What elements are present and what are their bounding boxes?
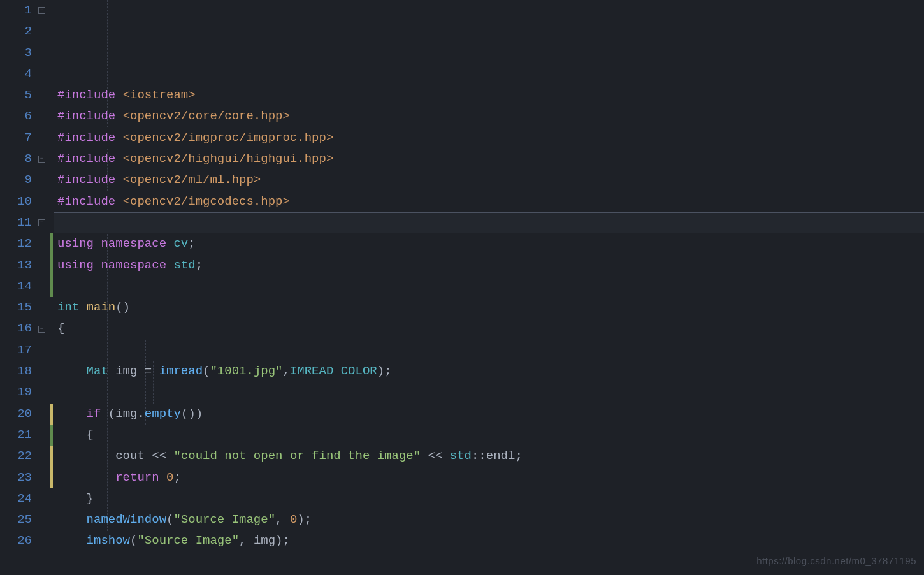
line-number: 4 <box>0 64 32 85</box>
line-number: 9 <box>0 170 32 191</box>
code-token: namedWindow <box>87 513 166 527</box>
code-token: "1001.jpg" <box>210 364 282 378</box>
code-token: << <box>152 449 173 463</box>
code-line[interactable] <box>54 276 924 297</box>
fold-toggle-icon[interactable]: − <box>38 7 45 14</box>
code-token: 0 <box>166 470 173 484</box>
line-number: 12 <box>0 233 32 254</box>
code-line[interactable] <box>54 382 924 403</box>
code-token: namespace <box>101 237 173 251</box>
line-number: 19 <box>0 382 32 403</box>
code-token: <opencv2/core/core.hpp> <box>123 109 290 123</box>
code-token: using <box>57 258 101 272</box>
code-line[interactable]: #include <opencv2/highgui/highgui.hpp> <box>54 149 924 170</box>
code-line[interactable]: cout << "could not open or find the imag… <box>54 446 924 467</box>
line-number: 18 <box>0 361 32 382</box>
code-token: #include <box>57 109 123 123</box>
code-token: using <box>57 237 101 251</box>
code-token <box>57 449 115 463</box>
line-number: 23 <box>0 467 32 488</box>
code-token: "Source Image" <box>173 513 275 527</box>
code-token: ); <box>377 364 392 378</box>
code-token: ( <box>108 407 115 421</box>
change-marker <box>50 446 53 467</box>
code-token: cout <box>115 449 152 463</box>
code-token: if <box>87 407 108 421</box>
code-line[interactable]: #include <iostream> <box>54 85 924 106</box>
code-line[interactable]: int main() <box>54 297 924 318</box>
line-number: 10 <box>0 191 32 212</box>
code-token: = <box>145 364 159 378</box>
code-line[interactable]: #include <opencv2/core/core.hpp> <box>54 106 924 127</box>
code-token: namespace <box>101 258 173 272</box>
code-line[interactable] <box>54 552 924 573</box>
code-line[interactable]: namedWindow("Source Image", 0); <box>54 509 924 530</box>
code-line[interactable]: } <box>54 488 924 509</box>
fold-toggle-icon[interactable]: − <box>38 219 45 226</box>
code-token: . <box>137 407 144 421</box>
code-line[interactable]: using namespace std; <box>54 255 924 276</box>
code-token: #include <box>57 88 123 102</box>
code-token <box>57 470 115 484</box>
line-number: 6 <box>0 106 32 127</box>
code-token: ; <box>173 470 180 484</box>
code-token: , <box>275 513 290 527</box>
code-token: img <box>254 534 275 548</box>
code-line[interactable] <box>54 212 924 233</box>
code-line[interactable]: using namespace cv; <box>54 233 924 254</box>
code-token: img <box>115 364 145 378</box>
code-line[interactable]: Mat img = imread("1001.jpg",IMREAD_COLOR… <box>54 361 924 382</box>
code-editor[interactable]: 1234567891011121314151617181920212223242… <box>0 0 924 575</box>
code-token: #include <box>57 152 123 166</box>
code-token: , <box>283 364 290 378</box>
fold-toggle-icon[interactable]: − <box>38 326 45 333</box>
line-number: 22 <box>0 446 32 467</box>
code-area[interactable]: #include <iostream>#include <opencv2/cor… <box>54 0 924 575</box>
code-line[interactable]: { <box>54 318 924 339</box>
code-token: imshow <box>87 534 130 548</box>
code-token: std <box>173 258 195 272</box>
line-number: 5 <box>0 85 32 106</box>
code-token: <opencv2/ml/ml.hpp> <box>123 173 261 187</box>
code-token: cv <box>173 237 188 251</box>
code-line[interactable]: #include <opencv2/imgcodecs.hpp> <box>54 191 924 212</box>
code-token: "Source Image" <box>137 534 239 548</box>
line-number-gutter: 1234567891011121314151617181920212223242… <box>0 0 37 575</box>
line-number: 7 <box>0 127 32 149</box>
line-number: 11 <box>0 212 32 233</box>
line-number: 14 <box>0 276 32 297</box>
change-marker <box>50 425 53 446</box>
code-token: { <box>57 321 64 335</box>
code-token: main <box>87 300 116 314</box>
code-token: IMREAD_COLOR <box>290 364 377 378</box>
code-line[interactable]: if (img.empty()) <box>54 404 924 425</box>
code-token: , <box>239 534 254 548</box>
code-token <box>57 407 87 421</box>
code-line[interactable]: return 0; <box>54 467 924 488</box>
code-line[interactable]: imshow("Source Image", img); <box>54 530 924 551</box>
change-marker <box>50 233 53 254</box>
code-token <box>57 513 87 527</box>
code-token: ; <box>196 258 203 272</box>
line-number: 8 <box>0 149 32 170</box>
code-token: <opencv2/highgui/highgui.hpp> <box>123 152 334 166</box>
code-token: #include <box>57 194 123 208</box>
code-line[interactable] <box>54 340 924 361</box>
code-token: #include <box>57 173 123 187</box>
code-token: ( <box>130 534 137 548</box>
code-token: :: <box>472 449 486 463</box>
code-token: } <box>57 491 94 506</box>
code-token: <opencv2/imgcodecs.hpp> <box>123 194 290 208</box>
fold-toggle-icon[interactable]: − <box>38 156 45 163</box>
code-token: int <box>57 300 87 314</box>
code-line[interactable]: #include <opencv2/ml/ml.hpp> <box>54 170 924 191</box>
code-token: #include <box>57 131 123 145</box>
code-token: Mat <box>87 364 116 378</box>
change-marker <box>50 404 53 425</box>
code-token: << <box>421 449 450 463</box>
code-token: <iostream> <box>123 88 196 102</box>
code-line[interactable]: { <box>54 425 924 446</box>
code-token: ()) <box>181 407 203 421</box>
code-line[interactable]: #include <opencv2/imgproc/imgproc.hpp> <box>54 127 924 149</box>
line-number: 1 <box>0 0 32 21</box>
